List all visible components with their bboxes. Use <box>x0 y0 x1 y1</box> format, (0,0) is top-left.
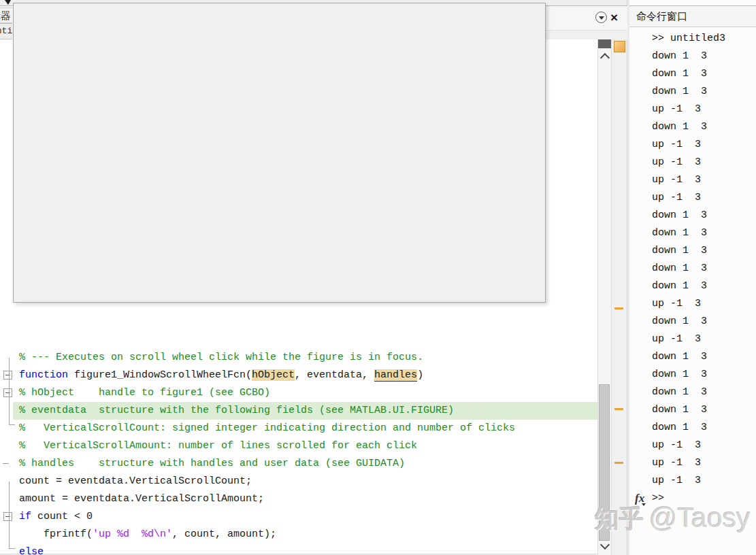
code-text: else <box>13 543 597 555</box>
panel-minimize-button[interactable] <box>595 12 607 23</box>
scroll-up-icon[interactable] <box>600 53 610 63</box>
code-segment: else <box>19 546 44 555</box>
output-line: down 1 3 <box>652 313 707 331</box>
code-line[interactable]: else <box>0 543 597 555</box>
chevron-down-icon <box>599 16 604 20</box>
code-text: function figure1_WindowScrollWheelFcn(hO… <box>13 367 597 384</box>
output-line: down 1 3 <box>652 401 707 419</box>
code-text: amount = eventdata.VerticalScrollAmount; <box>13 490 597 508</box>
code-gutter <box>0 402 13 420</box>
warning-marker[interactable] <box>614 408 623 410</box>
code-segment: % VerticalScrollAmount: number of lines … <box>19 440 417 452</box>
command-window-title: 命令行窗口 <box>629 6 756 27</box>
editor-panel: 编辑器 untitled3 × % --- Executes on scroll… <box>0 0 627 555</box>
output-line: down 1 3 <box>652 83 707 101</box>
code-text: % VerticalScrollCount: signed integer in… <box>13 420 597 437</box>
warning-marker[interactable] <box>614 462 623 464</box>
code-segment: % eventdata structure with the following… <box>19 405 454 416</box>
scrollbar-thumb[interactable] <box>599 384 610 541</box>
code-line[interactable]: % eventdata structure with the following… <box>0 402 597 420</box>
code-gutter <box>0 437 13 455</box>
output-line: up -1 3 <box>652 136 707 154</box>
code-line[interactable]: amount = eventdata.VerticalScrollAmount; <box>0 490 597 508</box>
code-segment: if <box>19 511 31 522</box>
fold-connector-line <box>9 482 10 548</box>
editor-vertical-scrollbar[interactable] <box>597 39 612 555</box>
code-line[interactable]: count = eventdata.VerticalScrollCount; <box>0 473 597 490</box>
output-line: up -1 3 <box>652 154 707 171</box>
blank-figure-window <box>13 3 546 303</box>
code-gutter <box>0 455 13 473</box>
output-line: down 1 3 <box>652 207 707 224</box>
code-line[interactable]: % handles structure with handles and use… <box>0 455 597 473</box>
code-line[interactable]: % VerticalScrollAmount: number of lines … <box>0 437 597 455</box>
editor-panel-title: 编辑器 <box>0 8 11 22</box>
output-line: up -1 3 <box>652 171 707 189</box>
output-line: up -1 3 <box>652 437 707 454</box>
code-segment: count < 0 <box>31 511 93 522</box>
warning-summary-icon[interactable] <box>614 41 625 52</box>
editor-panel-title-fragment: 编辑器 <box>0 7 12 23</box>
code-segment: , count, amount); <box>172 528 276 540</box>
code-line[interactable]: function figure1_WindowScrollWheelFcn(hO… <box>0 367 597 384</box>
code-text: % VerticalScrollAmount: number of lines … <box>13 437 597 455</box>
code-text: % handles structure with handles and use… <box>13 455 597 473</box>
panel-close-button[interactable]: × <box>610 10 618 26</box>
command-window-body[interactable]: >> untitled3 down 1 3down 1 3down 1 3up … <box>629 27 756 555</box>
code-gutter <box>0 490 13 508</box>
output-line: down 1 3 <box>652 366 707 384</box>
fold-connector-line <box>9 358 10 424</box>
command-prompt[interactable]: >> <box>652 490 664 507</box>
code-line[interactable]: fprintf('up %d %d\n', count, amount); <box>0 526 597 543</box>
code-lines: % --- Executes on scroll wheel click whi… <box>0 349 597 555</box>
toolbar-icon-fragment <box>5 0 11 5</box>
output-line: up -1 3 <box>652 295 707 313</box>
command-window-panel: 命令行窗口 >> untitled3 down 1 3down 1 3down … <box>629 0 756 555</box>
code-text: count = eventdata.VerticalScrollCount; <box>13 473 597 490</box>
code-line[interactable]: % --- Executes on scroll wheel click whi… <box>0 349 597 367</box>
code-segment: % handles structure with handles and use… <box>19 458 405 469</box>
highlighted-variable: handles <box>374 369 417 382</box>
code-segment: fprintf( <box>19 528 93 540</box>
warning-marker[interactable] <box>614 307 623 309</box>
code-line[interactable]: if count < 0 <box>0 508 597 526</box>
fold-connector-corner <box>9 548 15 549</box>
output-line: down 1 3 <box>652 384 707 401</box>
code-line[interactable]: % VerticalScrollCount: signed integer in… <box>0 420 597 437</box>
output-line: up -1 3 <box>652 454 707 472</box>
code-text: % --- Executes on scroll wheel click whi… <box>13 349 597 367</box>
code-text: % eventdata structure with the following… <box>13 402 597 420</box>
code-gutter <box>0 508 13 526</box>
code-gutter <box>0 526 13 543</box>
message-indicator-strip <box>612 39 627 555</box>
output-line: up -1 3 <box>652 472 707 490</box>
code-line[interactable]: % hObject handle to figure1 (see GCBO) <box>0 384 597 402</box>
code-segment: amount = eventdata.VerticalScrollAmount; <box>19 493 264 505</box>
fx-caret-icon <box>642 503 646 506</box>
code-gutter <box>0 420 13 437</box>
code-text: fprintf('up %d %d\n', count, amount); <box>13 526 597 543</box>
code-segment: % hObject handle to figure1 (see GCBO) <box>19 387 270 399</box>
command-prompt-row[interactable]: fx >> <box>629 490 756 507</box>
output-line: down 1 3 <box>652 348 707 366</box>
fold-marker[interactable] <box>3 388 12 397</box>
code-segment: function <box>19 369 74 381</box>
fold-marker[interactable] <box>3 512 12 521</box>
fold-marker[interactable] <box>3 371 12 380</box>
command-output: down 1 3down 1 3down 1 3up -1 3down 1 3u… <box>652 48 707 490</box>
output-line: down 1 3 <box>652 224 707 242</box>
output-line: up -1 3 <box>652 331 707 348</box>
output-line: down 1 3 <box>652 260 707 278</box>
output-line: up -1 3 <box>652 189 707 207</box>
code-segment: ) <box>417 369 423 381</box>
code-gutter <box>0 384 13 402</box>
code-segment: count = eventdata.VerticalScrollCount; <box>19 475 252 487</box>
output-line: down 1 3 <box>652 48 707 65</box>
editor-tab-label: untitled3 <box>0 24 12 38</box>
code-gutter <box>0 367 13 384</box>
scroll-down-icon[interactable] <box>600 540 610 550</box>
output-line: down 1 3 <box>652 118 707 136</box>
fold-end-tick <box>3 463 9 464</box>
editor-tab-untitled3[interactable]: untitled3 <box>0 23 12 39</box>
output-line: down 1 3 <box>652 419 707 437</box>
